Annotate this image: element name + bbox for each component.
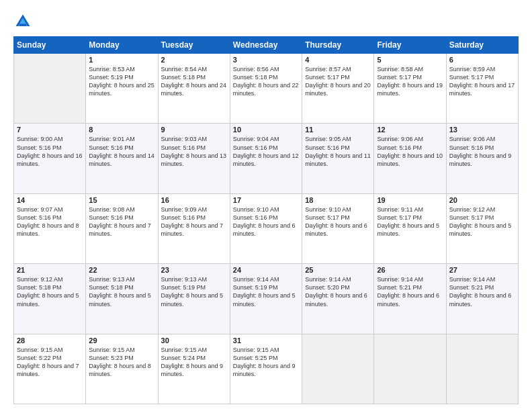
calendar-cell: 2Sunrise: 8:54 AMSunset: 5:18 PMDaylight…	[158, 54, 230, 124]
calendar-cell: 26Sunrise: 9:14 AMSunset: 5:21 PMDayligh…	[374, 264, 446, 334]
calendar-cell: 30Sunrise: 9:15 AMSunset: 5:24 PMDayligh…	[158, 334, 230, 404]
day-info: Sunrise: 8:56 AMSunset: 5:18 PMDaylight:…	[233, 65, 299, 98]
col-header-thursday: Thursday	[302, 37, 374, 54]
calendar-cell: 22Sunrise: 9:13 AMSunset: 5:18 PMDayligh…	[86, 264, 158, 334]
calendar-cell: 31Sunrise: 9:15 AMSunset: 5:25 PMDayligh…	[230, 334, 302, 404]
day-number: 9	[161, 126, 227, 134]
day-number: 25	[305, 266, 371, 274]
calendar-cell: 5Sunrise: 8:58 AMSunset: 5:17 PMDaylight…	[374, 54, 446, 124]
day-number: 23	[161, 266, 227, 274]
calendar-cell: 9Sunrise: 9:03 AMSunset: 5:16 PMDaylight…	[158, 124, 230, 193]
calendar-cell: 15Sunrise: 9:08 AMSunset: 5:16 PMDayligh…	[86, 193, 158, 263]
day-number: 27	[449, 266, 515, 274]
day-number: 10	[233, 126, 299, 134]
day-info: Sunrise: 9:07 AMSunset: 5:16 PMDaylight:…	[17, 205, 83, 238]
day-info: Sunrise: 9:06 AMSunset: 5:16 PMDaylight:…	[377, 135, 443, 168]
day-number: 2	[161, 56, 227, 64]
day-info: Sunrise: 9:15 AMSunset: 5:23 PMDaylight:…	[89, 346, 154, 379]
day-info: Sunrise: 9:08 AMSunset: 5:16 PMDaylight:…	[89, 205, 154, 238]
day-number: 15	[89, 196, 154, 204]
svg-rect-2	[19, 24, 27, 27]
calendar-week-0: 1Sunrise: 8:53 AMSunset: 5:19 PMDaylight…	[14, 54, 519, 124]
day-number: 3	[233, 56, 299, 64]
calendar-cell: 10Sunrise: 9:04 AMSunset: 5:16 PMDayligh…	[230, 124, 302, 193]
page: SundayMondayTuesdayWednesdayThursdayFrid…	[0, 0, 532, 411]
header	[13, 12, 519, 31]
calendar-cell: 11Sunrise: 9:05 AMSunset: 5:16 PMDayligh…	[302, 124, 374, 193]
calendar-cell: 25Sunrise: 9:14 AMSunset: 5:20 PMDayligh…	[302, 264, 374, 334]
col-header-sunday: Sunday	[14, 37, 86, 54]
calendar-cell: 24Sunrise: 9:14 AMSunset: 5:19 PMDayligh…	[230, 264, 302, 334]
calendar-cell: 27Sunrise: 9:14 AMSunset: 5:21 PMDayligh…	[446, 264, 518, 334]
calendar-cell: 1Sunrise: 8:53 AMSunset: 5:19 PMDaylight…	[86, 54, 158, 124]
calendar-cell: 13Sunrise: 9:06 AMSunset: 5:16 PMDayligh…	[446, 124, 518, 193]
calendar-cell: 18Sunrise: 9:10 AMSunset: 5:17 PMDayligh…	[302, 193, 374, 263]
day-number: 17	[233, 196, 299, 204]
calendar-cell	[374, 334, 446, 404]
day-number: 30	[161, 336, 227, 345]
col-header-tuesday: Tuesday	[158, 37, 230, 54]
day-info: Sunrise: 9:04 AMSunset: 5:16 PMDaylight:…	[233, 135, 299, 168]
calendar-cell	[446, 334, 518, 404]
day-number: 8	[89, 126, 154, 134]
calendar-cell: 7Sunrise: 9:00 AMSunset: 5:16 PMDaylight…	[14, 124, 86, 193]
day-info: Sunrise: 9:13 AMSunset: 5:18 PMDaylight:…	[89, 275, 154, 308]
day-info: Sunrise: 9:06 AMSunset: 5:16 PMDaylight:…	[449, 135, 515, 168]
calendar-cell	[14, 54, 86, 124]
day-info: Sunrise: 9:13 AMSunset: 5:19 PMDaylight:…	[161, 275, 227, 308]
day-number: 18	[305, 196, 371, 204]
logo	[13, 12, 35, 31]
day-number: 1	[89, 56, 154, 64]
calendar-cell: 21Sunrise: 9:12 AMSunset: 5:18 PMDayligh…	[14, 264, 86, 334]
calendar-cell: 28Sunrise: 9:15 AMSunset: 5:22 PMDayligh…	[14, 334, 86, 404]
calendar-cell: 20Sunrise: 9:12 AMSunset: 5:17 PMDayligh…	[446, 193, 518, 263]
day-info: Sunrise: 8:59 AMSunset: 5:17 PMDaylight:…	[449, 65, 515, 98]
day-number: 28	[17, 336, 83, 345]
day-number: 31	[233, 336, 299, 345]
day-info: Sunrise: 9:05 AMSunset: 5:16 PMDaylight:…	[305, 135, 371, 168]
day-info: Sunrise: 9:15 AMSunset: 5:22 PMDaylight:…	[17, 346, 83, 379]
day-number: 12	[377, 126, 443, 134]
day-number: 21	[17, 266, 83, 274]
calendar-cell: 6Sunrise: 8:59 AMSunset: 5:17 PMDaylight…	[446, 54, 518, 124]
day-number: 19	[377, 196, 443, 204]
day-info: Sunrise: 9:00 AMSunset: 5:16 PMDaylight:…	[17, 135, 83, 168]
calendar-week-4: 28Sunrise: 9:15 AMSunset: 5:22 PMDayligh…	[14, 334, 519, 404]
col-header-saturday: Saturday	[446, 37, 518, 54]
calendar-cell: 3Sunrise: 8:56 AMSunset: 5:18 PMDaylight…	[230, 54, 302, 124]
col-header-wednesday: Wednesday	[230, 37, 302, 54]
calendar-cell: 29Sunrise: 9:15 AMSunset: 5:23 PMDayligh…	[86, 334, 158, 404]
day-info: Sunrise: 9:14 AMSunset: 5:21 PMDaylight:…	[377, 275, 443, 308]
calendar-cell: 4Sunrise: 8:57 AMSunset: 5:17 PMDaylight…	[302, 54, 374, 124]
calendar-cell: 16Sunrise: 9:09 AMSunset: 5:16 PMDayligh…	[158, 193, 230, 263]
day-info: Sunrise: 9:10 AMSunset: 5:16 PMDaylight:…	[233, 205, 299, 238]
calendar-table: SundayMondayTuesdayWednesdayThursdayFrid…	[13, 36, 519, 404]
calendar-week-3: 21Sunrise: 9:12 AMSunset: 5:18 PMDayligh…	[14, 264, 519, 334]
day-info: Sunrise: 9:14 AMSunset: 5:21 PMDaylight:…	[449, 275, 515, 308]
day-number: 16	[161, 196, 227, 204]
day-number: 29	[89, 336, 154, 345]
calendar-cell: 14Sunrise: 9:07 AMSunset: 5:16 PMDayligh…	[14, 193, 86, 263]
calendar-header-row: SundayMondayTuesdayWednesdayThursdayFrid…	[14, 37, 519, 54]
day-info: Sunrise: 8:58 AMSunset: 5:17 PMDaylight:…	[377, 65, 443, 98]
calendar-week-2: 14Sunrise: 9:07 AMSunset: 5:16 PMDayligh…	[14, 193, 519, 263]
day-number: 7	[17, 126, 83, 134]
calendar-cell: 23Sunrise: 9:13 AMSunset: 5:19 PMDayligh…	[158, 264, 230, 334]
day-number: 26	[377, 266, 443, 274]
calendar-cell: 17Sunrise: 9:10 AMSunset: 5:16 PMDayligh…	[230, 193, 302, 263]
day-info: Sunrise: 9:09 AMSunset: 5:16 PMDaylight:…	[161, 205, 227, 238]
col-header-friday: Friday	[374, 37, 446, 54]
day-info: Sunrise: 8:54 AMSunset: 5:18 PMDaylight:…	[161, 65, 227, 98]
day-info: Sunrise: 9:03 AMSunset: 5:16 PMDaylight:…	[161, 135, 227, 168]
day-number: 11	[305, 126, 371, 134]
calendar-cell: 8Sunrise: 9:01 AMSunset: 5:16 PMDaylight…	[86, 124, 158, 193]
day-number: 20	[449, 196, 515, 204]
day-info: Sunrise: 8:53 AMSunset: 5:19 PMDaylight:…	[89, 65, 154, 98]
day-number: 6	[449, 56, 515, 64]
calendar-cell: 19Sunrise: 9:11 AMSunset: 5:17 PMDayligh…	[374, 193, 446, 263]
col-header-monday: Monday	[86, 37, 158, 54]
day-number: 22	[89, 266, 154, 274]
day-info: Sunrise: 9:12 AMSunset: 5:18 PMDaylight:…	[17, 275, 83, 308]
logo-icon	[13, 12, 32, 31]
day-info: Sunrise: 9:12 AMSunset: 5:17 PMDaylight:…	[449, 205, 515, 238]
